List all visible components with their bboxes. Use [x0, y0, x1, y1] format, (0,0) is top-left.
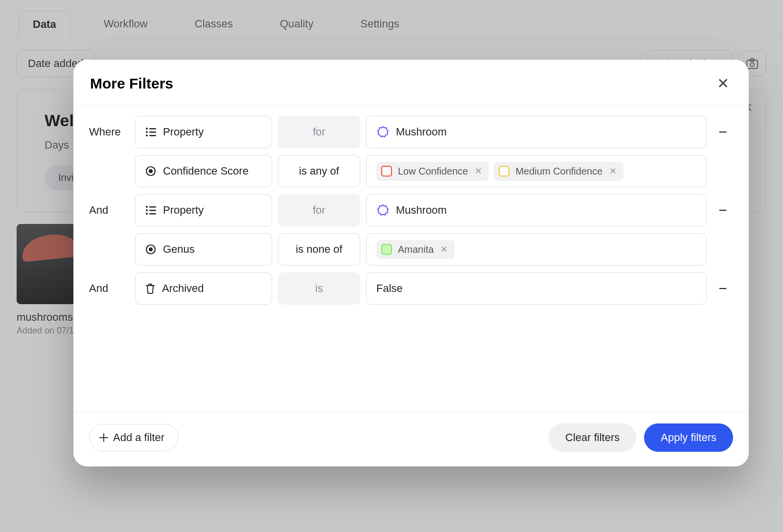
chip-remove-icon[interactable]: ✕: [608, 166, 618, 177]
chip-label: Low Confidence: [398, 166, 468, 177]
filter-group: AndPropertyforMushroom−Genusis none ofAm…: [89, 194, 733, 266]
filter-field-label: Confidence Score: [163, 165, 249, 177]
apply-filters-button[interactable]: Apply filters: [644, 423, 733, 452]
svg-point-7: [146, 134, 148, 136]
filter-operator-select[interactable]: is any of: [278, 155, 360, 187]
svg-point-18: [149, 247, 153, 251]
filter-chip: Amanita✕: [376, 240, 455, 259]
filter-group: AndArchivedisFalse−: [89, 272, 733, 305]
chip-label: Amanita: [398, 244, 434, 255]
modal-footer: Add a filter Clear filters Apply filters: [73, 411, 749, 466]
filter-field-select[interactable]: Property: [135, 194, 272, 226]
list-icon: [145, 127, 156, 137]
filter-value-text: Mushroom: [396, 204, 447, 217]
filter-operator-label: for: [313, 204, 325, 217]
target-icon: [145, 166, 156, 177]
filter-field-label: Archived: [162, 282, 204, 295]
svg-point-13: [146, 209, 148, 211]
filter-value-text: Mushroom: [396, 126, 447, 138]
filter-field-label: Genus: [163, 243, 195, 256]
filter-field-select[interactable]: Archived: [135, 272, 272, 305]
filter-conjunction: Where: [89, 126, 129, 138]
filter-operator-select[interactable]: is none of: [278, 233, 360, 266]
plus-icon: [99, 433, 108, 442]
svg-rect-12: [149, 206, 156, 207]
target-icon: [145, 244, 156, 255]
filter-field-select[interactable]: Confidence Score: [135, 155, 272, 187]
svg-point-15: [146, 213, 148, 215]
svg-point-10: [149, 169, 153, 173]
svg-rect-16: [149, 213, 156, 214]
class-icon: [376, 204, 389, 217]
close-icon[interactable]: ✕: [714, 73, 732, 94]
modal-title: More Filters: [90, 75, 173, 92]
list-icon: [145, 205, 156, 215]
filter-chip: Medium Confidence✕: [494, 162, 623, 181]
filter-operator-label: is any of: [299, 165, 339, 177]
filter-operator-select[interactable]: for: [278, 194, 360, 226]
filter-group: WherePropertyforMushroom−Confidence Scor…: [89, 116, 733, 187]
filter-row: Genusis none ofAmanita✕: [89, 233, 733, 266]
filter-field-label: Property: [163, 126, 204, 138]
filter-operator-label: is: [315, 282, 323, 295]
filter-field-select[interactable]: Genus: [135, 233, 272, 266]
filter-value[interactable]: Low Confidence✕Medium Confidence✕: [366, 155, 707, 187]
class-icon: [376, 126, 389, 138]
filter-field-select[interactable]: Property: [135, 116, 272, 148]
remove-filter-button[interactable]: −: [713, 202, 733, 219]
add-filter-button[interactable]: Add a filter: [89, 424, 179, 451]
filter-value-text: False: [376, 282, 403, 295]
clear-filters-button[interactable]: Clear filters: [549, 423, 636, 452]
filter-field-label: Property: [163, 204, 204, 217]
filter-operator-select[interactable]: is: [278, 272, 360, 305]
remove-filter-button[interactable]: −: [713, 124, 733, 140]
filter-value[interactable]: Mushroom: [366, 194, 707, 226]
chip-swatch: [381, 166, 392, 177]
svg-point-3: [146, 128, 148, 130]
svg-point-5: [146, 131, 148, 133]
filter-operator-select[interactable]: for: [278, 116, 360, 148]
filter-conjunction: And: [89, 204, 129, 217]
filter-operator-label: for: [313, 126, 325, 138]
svg-point-11: [146, 206, 148, 208]
filter-row: AndPropertyforMushroom−: [89, 194, 733, 226]
modal-body: WherePropertyforMushroom−Confidence Scor…: [73, 106, 749, 411]
filter-value[interactable]: Mushroom: [366, 116, 707, 148]
filter-conjunction: And: [89, 282, 129, 295]
chip-remove-icon[interactable]: ✕: [474, 166, 483, 177]
svg-rect-14: [149, 210, 156, 211]
filter-operator-label: is none of: [296, 243, 342, 256]
filter-row: Confidence Scoreis any ofLow Confidence✕…: [89, 155, 733, 187]
svg-rect-6: [149, 132, 156, 133]
filter-row: WherePropertyforMushroom−: [89, 116, 733, 148]
filter-value[interactable]: Amanita✕: [366, 233, 707, 266]
svg-rect-8: [149, 135, 156, 136]
remove-filter-button[interactable]: −: [713, 280, 733, 297]
filter-chip: Low Confidence✕: [376, 162, 489, 181]
filter-row: AndArchivedisFalse−: [89, 272, 733, 305]
chip-label: Medium Confidence: [515, 166, 602, 177]
svg-rect-4: [149, 128, 156, 129]
more-filters-modal: More Filters ✕ WherePropertyforMushroom−…: [73, 60, 749, 466]
chip-swatch: [381, 244, 392, 255]
modal-header: More Filters ✕: [73, 60, 749, 106]
trash-icon: [145, 283, 155, 294]
chip-remove-icon[interactable]: ✕: [439, 244, 449, 255]
filter-value[interactable]: False: [366, 272, 707, 305]
add-filter-label: Add a filter: [113, 431, 164, 444]
chip-swatch: [499, 166, 509, 177]
